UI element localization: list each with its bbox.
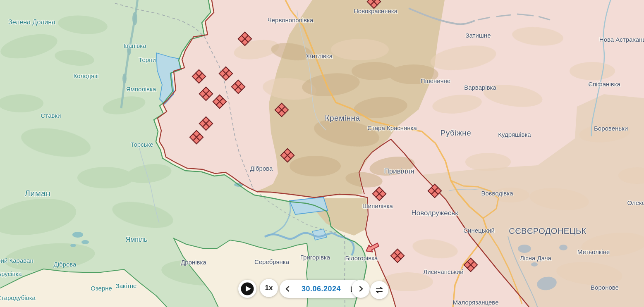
date-picker: 30.06.2024 — [280, 280, 362, 298]
chevron-right-icon — [357, 285, 365, 293]
chevron-left-icon — [284, 285, 292, 293]
swap-arrows-icon — [374, 285, 384, 295]
map-terrain — [0, 0, 644, 307]
map-canvas[interactable]: Зелена ДолинаІванівкаТерниКолодязіЯмполі… — [0, 0, 644, 307]
speed-label: 1x — [265, 284, 273, 292]
play-icon — [241, 282, 254, 295]
speed-button[interactable]: 1x — [260, 279, 278, 297]
date-value[interactable]: 30.06.2024 — [302, 285, 341, 293]
compare-button[interactable] — [370, 281, 388, 299]
next-day-button[interactable] — [352, 280, 370, 298]
prev-day-button[interactable] — [283, 284, 293, 294]
play-button[interactable] — [238, 280, 256, 298]
